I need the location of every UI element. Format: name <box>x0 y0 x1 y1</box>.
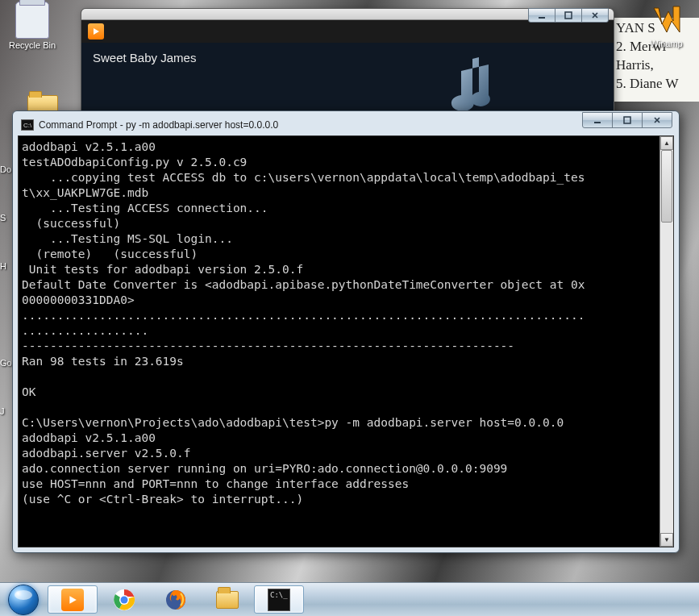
terminal-output: adodbapi v2.5.1.a00 testADOdbapiConfig.p… <box>19 136 659 547</box>
taskbar-item-cmd[interactable]: C:\_ <box>254 585 304 614</box>
desktop-icon-label: Recycle Bin <box>4 40 60 50</box>
minimize-button[interactable] <box>582 112 613 128</box>
svg-rect-2 <box>594 122 601 123</box>
svg-rect-1 <box>565 12 572 19</box>
chrome-icon <box>113 589 135 611</box>
window-title: Command Prompt - py -m adodbapi.server h… <box>39 119 278 131</box>
wmp-toolbar <box>81 20 614 43</box>
svg-rect-3 <box>624 117 630 123</box>
scroll-down-button[interactable]: ▼ <box>660 533 673 547</box>
folder-icon <box>216 591 239 609</box>
command-prompt-window[interactable]: C:\ Command Prompt - py -m adodbapi.serv… <box>12 110 680 553</box>
now-playing-title: Sweet Baby James <box>81 43 614 65</box>
desktop-icon-winamp[interactable]: Winamp <box>636 2 697 48</box>
start-button[interactable] <box>0 583 47 616</box>
desktop-icon-recycle-bin[interactable]: Recycle Bin <box>4 2 60 50</box>
desktop-icon-label: Winamp <box>636 39 697 48</box>
firefox-icon <box>164 589 187 611</box>
svg-rect-0 <box>539 17 545 19</box>
svg-point-6 <box>121 596 128 603</box>
taskbar-item-firefox[interactable] <box>151 585 201 614</box>
scrollbar[interactable]: ▲ ▼ <box>659 136 673 547</box>
windows-orb-icon <box>8 585 39 615</box>
close-button[interactable] <box>581 8 609 23</box>
wmp-titlebar[interactable] <box>81 9 614 20</box>
winamp-icon <box>649 2 684 37</box>
maximize-button[interactable] <box>612 112 643 128</box>
cmd-titlebar[interactable]: C:\ Command Prompt - py -m adodbapi.serv… <box>18 116 674 134</box>
wmp-icon <box>61 589 84 611</box>
recycle-bin-icon <box>15 2 49 39</box>
maximize-button[interactable] <box>555 8 582 23</box>
wmp-now-playing-area: Sweet Baby James <box>81 43 614 118</box>
taskbar-item-chrome[interactable] <box>99 585 149 614</box>
close-button[interactable] <box>642 112 672 128</box>
cmd-icon: C:\ <box>21 119 34 131</box>
scroll-thumb[interactable] <box>661 150 672 223</box>
taskbar-item-explorer[interactable] <box>202 585 252 614</box>
taskbar[interactable]: C:\_ <box>0 582 699 616</box>
taskbar-item-wmp[interactable] <box>48 585 98 614</box>
play-icon[interactable] <box>88 23 104 40</box>
wmp-window[interactable]: Sweet Baby James <box>81 8 614 117</box>
cmd-icon: C:\_ <box>268 589 290 611</box>
scroll-up-button[interactable]: ▲ <box>660 136 673 150</box>
minimize-button[interactable] <box>528 8 555 23</box>
